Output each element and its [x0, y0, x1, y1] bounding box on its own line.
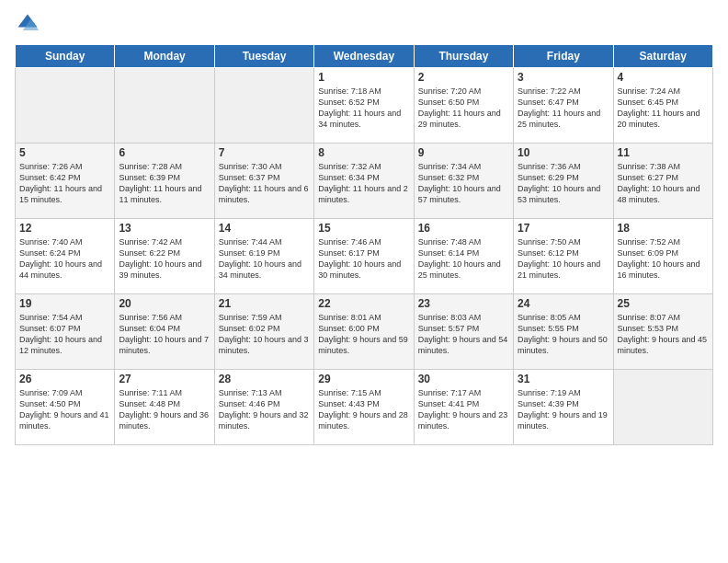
calendar-cell: 23Sunrise: 8:03 AM Sunset: 5:57 PM Dayli… [414, 294, 513, 370]
calendar-cell: 18Sunrise: 7:52 AM Sunset: 6:09 PM Dayli… [613, 219, 712, 294]
calendar-cell: 25Sunrise: 8:07 AM Sunset: 5:53 PM Dayli… [613, 294, 712, 370]
cell-daylight-text: Sunrise: 7:46 AM Sunset: 6:17 PM Dayligh… [318, 236, 409, 282]
calendar-cell: 14Sunrise: 7:44 AM Sunset: 6:19 PM Dayli… [214, 219, 313, 294]
date-number: 11 [618, 146, 709, 159]
calendar-cell: 21Sunrise: 7:59 AM Sunset: 6:02 PM Dayli… [214, 294, 313, 370]
cell-daylight-text: Sunrise: 7:24 AM Sunset: 6:45 PM Dayligh… [618, 86, 709, 131]
cell-daylight-text: Sunrise: 7:38 AM Sunset: 6:27 PM Dayligh… [618, 161, 709, 206]
logo-icon [15, 11, 40, 37]
date-number: 28 [219, 373, 310, 385]
date-number: 9 [418, 146, 509, 159]
day-header-tuesday: Tuesday [214, 45, 313, 68]
cell-daylight-text: Sunrise: 7:32 AM Sunset: 6:34 PM Dayligh… [318, 161, 409, 206]
calendar-cell: 11Sunrise: 7:38 AM Sunset: 6:27 PM Dayli… [613, 144, 712, 219]
calendar-cell: 29Sunrise: 7:15 AM Sunset: 4:43 PM Dayli… [314, 370, 414, 445]
date-number: 10 [518, 146, 609, 159]
date-number: 3 [518, 71, 609, 84]
calendar-cell: 27Sunrise: 7:11 AM Sunset: 4:48 PM Dayli… [115, 370, 214, 445]
calendar-cell: 19Sunrise: 7:54 AM Sunset: 6:07 PM Dayli… [16, 294, 115, 370]
calendar-cell [613, 370, 712, 445]
date-number: 13 [119, 222, 210, 235]
cell-daylight-text: Sunrise: 8:05 AM Sunset: 5:55 PM Dayligh… [518, 312, 609, 357]
calendar-cell: 9Sunrise: 7:34 AM Sunset: 6:32 PM Daylig… [414, 144, 513, 219]
header [15, 11, 713, 37]
cell-daylight-text: Sunrise: 7:20 AM Sunset: 6:50 PM Dayligh… [418, 86, 509, 131]
cell-daylight-text: Sunrise: 7:15 AM Sunset: 4:43 PM Dayligh… [318, 387, 409, 432]
calendar-cell: 5Sunrise: 7:26 AM Sunset: 6:42 PM Daylig… [16, 144, 115, 219]
cell-daylight-text: Sunrise: 7:48 AM Sunset: 6:14 PM Dayligh… [418, 236, 509, 282]
calendar-cell [16, 68, 115, 144]
calendar-cell: 30Sunrise: 7:17 AM Sunset: 4:41 PM Dayli… [414, 370, 513, 445]
calendar-cell: 1Sunrise: 7:18 AM Sunset: 6:52 PM Daylig… [314, 68, 414, 144]
day-header-sunday: Sunday [16, 45, 115, 68]
cell-daylight-text: Sunrise: 7:40 AM Sunset: 6:24 PM Dayligh… [19, 236, 110, 282]
cell-daylight-text: Sunrise: 8:03 AM Sunset: 5:57 PM Dayligh… [418, 312, 509, 357]
date-number: 1 [318, 71, 409, 84]
cell-daylight-text: Sunrise: 7:19 AM Sunset: 4:39 PM Dayligh… [518, 387, 609, 432]
week-row-5: 26Sunrise: 7:09 AM Sunset: 4:50 PM Dayli… [16, 370, 713, 445]
calendar-cell [115, 68, 214, 144]
date-number: 20 [119, 297, 210, 310]
date-number: 16 [418, 222, 509, 235]
date-number: 31 [518, 373, 609, 385]
cell-daylight-text: Sunrise: 7:17 AM Sunset: 4:41 PM Dayligh… [418, 387, 509, 432]
cell-daylight-text: Sunrise: 7:42 AM Sunset: 6:22 PM Dayligh… [119, 236, 210, 282]
calendar-cell: 31Sunrise: 7:19 AM Sunset: 4:39 PM Dayli… [514, 370, 613, 445]
date-number: 19 [19, 297, 110, 310]
day-header-monday: Monday [115, 45, 214, 68]
calendar-cell: 12Sunrise: 7:40 AM Sunset: 6:24 PM Dayli… [16, 219, 115, 294]
week-row-1: 1Sunrise: 7:18 AM Sunset: 6:52 PM Daylig… [16, 68, 713, 144]
calendar-cell: 26Sunrise: 7:09 AM Sunset: 4:50 PM Dayli… [16, 370, 115, 445]
logo [15, 11, 44, 37]
calendar-cell: 17Sunrise: 7:50 AM Sunset: 6:12 PM Dayli… [514, 219, 613, 294]
calendar-cell: 28Sunrise: 7:13 AM Sunset: 4:46 PM Dayli… [214, 370, 313, 445]
cell-daylight-text: Sunrise: 8:07 AM Sunset: 5:53 PM Dayligh… [618, 312, 709, 357]
cell-daylight-text: Sunrise: 7:54 AM Sunset: 6:07 PM Dayligh… [19, 312, 110, 357]
day-header-friday: Friday [514, 45, 613, 68]
calendar-cell: 4Sunrise: 7:24 AM Sunset: 6:45 PM Daylig… [613, 68, 712, 144]
calendar-cell: 10Sunrise: 7:36 AM Sunset: 6:29 PM Dayli… [514, 144, 613, 219]
cell-daylight-text: Sunrise: 7:22 AM Sunset: 6:47 PM Dayligh… [518, 86, 609, 131]
date-number: 29 [318, 373, 409, 385]
calendar-cell [214, 68, 313, 144]
date-number: 23 [418, 297, 509, 310]
cell-daylight-text: Sunrise: 7:59 AM Sunset: 6:02 PM Dayligh… [219, 312, 310, 357]
cell-daylight-text: Sunrise: 8:01 AM Sunset: 6:00 PM Dayligh… [318, 312, 409, 357]
date-number: 6 [119, 146, 210, 159]
date-number: 7 [219, 146, 310, 159]
calendar-cell: 15Sunrise: 7:46 AM Sunset: 6:17 PM Dayli… [314, 219, 414, 294]
header-row: SundayMondayTuesdayWednesdayThursdayFrid… [16, 45, 713, 68]
date-number: 15 [318, 222, 409, 235]
date-number: 22 [318, 297, 409, 310]
week-row-3: 12Sunrise: 7:40 AM Sunset: 6:24 PM Dayli… [16, 219, 713, 294]
date-number: 5 [19, 146, 110, 159]
calendar-cell: 16Sunrise: 7:48 AM Sunset: 6:14 PM Dayli… [414, 219, 513, 294]
date-number: 18 [618, 222, 709, 235]
cell-daylight-text: Sunrise: 7:26 AM Sunset: 6:42 PM Dayligh… [19, 161, 110, 206]
date-number: 17 [518, 222, 609, 235]
cell-daylight-text: Sunrise: 7:50 AM Sunset: 6:12 PM Dayligh… [518, 236, 609, 282]
date-number: 21 [219, 297, 310, 310]
cell-daylight-text: Sunrise: 7:36 AM Sunset: 6:29 PM Dayligh… [518, 161, 609, 206]
calendar-cell: 7Sunrise: 7:30 AM Sunset: 6:37 PM Daylig… [214, 144, 313, 219]
date-number: 24 [518, 297, 609, 310]
calendar-cell: 22Sunrise: 8:01 AM Sunset: 6:00 PM Dayli… [314, 294, 414, 370]
date-number: 14 [219, 222, 310, 235]
calendar-cell: 20Sunrise: 7:56 AM Sunset: 6:04 PM Dayli… [115, 294, 214, 370]
cell-daylight-text: Sunrise: 7:09 AM Sunset: 4:50 PM Dayligh… [19, 387, 110, 432]
date-number: 25 [618, 297, 709, 310]
calendar-table: SundayMondayTuesdayWednesdayThursdayFrid… [15, 44, 713, 445]
page: SundayMondayTuesdayWednesdayThursdayFrid… [0, 0, 728, 563]
date-number: 30 [418, 373, 509, 385]
date-number: 26 [19, 373, 110, 385]
calendar-cell: 2Sunrise: 7:20 AM Sunset: 6:50 PM Daylig… [414, 68, 513, 144]
date-number: 27 [119, 373, 210, 385]
cell-daylight-text: Sunrise: 7:56 AM Sunset: 6:04 PM Dayligh… [119, 312, 210, 357]
day-header-wednesday: Wednesday [314, 45, 414, 68]
day-header-saturday: Saturday [613, 45, 712, 68]
cell-daylight-text: Sunrise: 7:13 AM Sunset: 4:46 PM Dayligh… [219, 387, 310, 432]
cell-daylight-text: Sunrise: 7:28 AM Sunset: 6:39 PM Dayligh… [119, 161, 210, 206]
date-number: 2 [418, 71, 509, 84]
cell-daylight-text: Sunrise: 7:11 AM Sunset: 4:48 PM Dayligh… [119, 387, 210, 432]
calendar-cell: 13Sunrise: 7:42 AM Sunset: 6:22 PM Dayli… [115, 219, 214, 294]
